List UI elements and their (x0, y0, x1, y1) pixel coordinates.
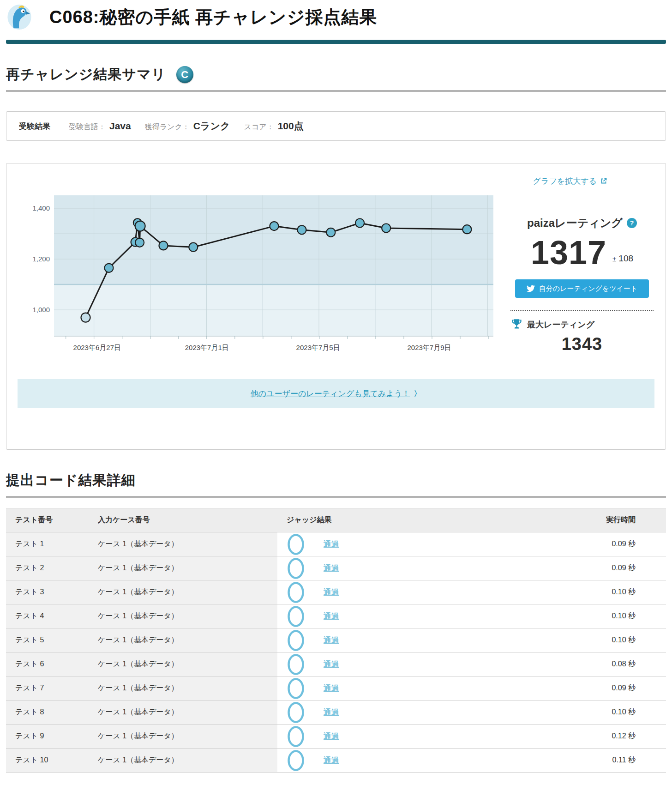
table-row: テスト 9ケース 1（基本データ）通過0.12 秒 (6, 725, 666, 749)
judge-pass-circle-icon (287, 749, 305, 772)
help-icon[interactable]: ? (627, 218, 637, 228)
exam-result-box: 受験結果 受験言語： Java 獲得ランク： Cランク スコア： 100点 (6, 111, 666, 141)
dashed-separator (510, 310, 654, 311)
rating-panel: paizaレーティング ? 1317 ±108 自分のレーティングをツイート (510, 195, 654, 358)
judge-result-link[interactable]: 通過 (324, 587, 339, 598)
rating-title-row: paizaレーティング ? (510, 216, 654, 230)
cell-input-case: ケース 1（基本データ） (92, 725, 277, 749)
table-row: テスト 8ケース 1（基本データ）通過0.10 秒 (6, 700, 666, 725)
judge-pass-circle-icon (287, 605, 305, 628)
table-row: テスト 4ケース 1（基本データ）通過0.10 秒 (6, 604, 666, 628)
cell-exec-time: 0.11 秒 (581, 749, 666, 773)
cell-test-number: テスト 1 (6, 532, 92, 556)
judge-result-link[interactable]: 通過 (324, 755, 339, 766)
data-point (462, 225, 471, 234)
judge-result-link[interactable]: 通過 (324, 635, 339, 646)
cell-exec-time: 0.10 秒 (581, 700, 666, 725)
judge-result-link[interactable]: 通過 (324, 611, 339, 622)
judge-wrap: 通過 (287, 701, 581, 724)
data-point (189, 243, 198, 252)
judge-result-link[interactable]: 通過 (324, 563, 339, 574)
x-axis-tick-label: 2023年7月1日 (185, 344, 229, 351)
data-point (355, 219, 364, 228)
help-icon-glyph: ? (630, 219, 634, 227)
exam-rank-field: 獲得ランク： Cランク (145, 120, 230, 133)
judge-result-link[interactable]: 通過 (324, 707, 339, 718)
judge-wrap: 通過 (287, 605, 581, 628)
summary-heading-underline (6, 90, 666, 92)
results-table-header: テスト番号 入力ケース番号 ジャッジ結果 実行時間 (6, 508, 666, 532)
other-users-rating-link[interactable]: 他のユーザーのレーティングも見てみよう！ 〉 (251, 388, 422, 399)
x-axis-tick-label: 2023年6月27日 (73, 344, 121, 351)
cell-exec-time: 0.10 秒 (581, 628, 666, 652)
max-rating-row: 最大レーティング (510, 318, 654, 331)
cell-exec-time: 0.10 秒 (581, 604, 666, 628)
cell-judge-result: 通過 (277, 725, 581, 749)
exam-language-value: Java (109, 121, 131, 132)
data-point (81, 313, 90, 322)
header-divider-bar (6, 40, 666, 44)
chart-and-rating: 1,4001,2001,0002023年6月27日2023年7月1日2023年7… (6, 195, 666, 358)
other-users-rating-link-label: 他のユーザーのレーティングも見てみよう！ (251, 388, 410, 399)
judge-wrap: 通過 (287, 581, 581, 604)
rating-deviation: ±108 (612, 254, 633, 264)
cell-test-number: テスト 2 (6, 556, 92, 580)
twitter-bird-icon (527, 284, 535, 293)
table-row: テスト 5ケース 1（基本データ）通過0.10 秒 (6, 628, 666, 652)
rating-value-row: 1317 ±108 (510, 236, 654, 269)
max-rating-label: 最大レーティング (527, 319, 594, 330)
rating-chart-card: グラフを拡大する 1,4001,2001,0002023年6月27日2023年7… (6, 163, 666, 450)
cell-exec-time: 0.09 秒 (581, 532, 666, 556)
rating-chart: 1,4001,2001,0002023年6月27日2023年7月1日2023年7… (13, 195, 494, 358)
page-title: C068:秘密の手紙 再チャレンジ採点結果 (49, 6, 377, 29)
data-point (297, 225, 306, 234)
cell-exec-time: 0.08 秒 (581, 652, 666, 676)
judge-result-link[interactable]: 通過 (324, 659, 339, 670)
judge-result-link[interactable]: 通過 (324, 539, 339, 550)
cell-input-case: ケース 1（基本データ） (92, 556, 277, 580)
y-axis-tick-label: 1,400 (32, 204, 50, 212)
table-row: テスト 6ケース 1（基本データ）通過0.08 秒 (6, 652, 666, 676)
cell-test-number: テスト 4 (6, 604, 92, 628)
cell-input-case: ケース 1（基本データ） (92, 532, 277, 556)
judge-wrap: 通過 (287, 725, 581, 748)
y-axis-tick-label: 1,200 (32, 255, 50, 263)
table-row: テスト 2ケース 1（基本データ）通過0.09 秒 (6, 556, 666, 580)
judge-result-link[interactable]: 通過 (324, 731, 339, 742)
judge-pass-circle-icon (287, 653, 305, 676)
data-point (382, 224, 390, 233)
cell-exec-time: 0.09 秒 (581, 676, 666, 700)
data-point (270, 222, 279, 230)
cell-test-number: テスト 7 (6, 676, 92, 700)
tweet-rating-button[interactable]: 自分のレーティングをツイート (515, 279, 649, 298)
rank-c-badge-letter: C (181, 69, 188, 81)
cell-test-number: テスト 5 (6, 628, 92, 652)
cell-input-case: ケース 1（基本データ） (92, 652, 277, 676)
chart-band-lower (54, 284, 493, 336)
exam-rank-label: 獲得ランク： (145, 122, 190, 132)
header-row: テスト番号 入力ケース番号 ジャッジ結果 実行時間 (6, 508, 666, 532)
rating-chart-svg: 1,4001,2001,0002023年6月27日2023年7月1日2023年7… (13, 195, 494, 356)
cell-input-case: ケース 1（基本データ） (92, 580, 277, 604)
detail-heading-underline (6, 496, 666, 498)
cell-input-case: ケース 1（基本データ） (92, 676, 277, 700)
chevron-right-icon: 〉 (414, 388, 421, 399)
summary-heading-text: 再チャレンジ結果サマリ (6, 65, 166, 84)
judge-pass-circle-icon (287, 581, 305, 604)
data-point (159, 241, 168, 250)
cell-exec-time: 0.12 秒 (581, 725, 666, 749)
data-point (135, 238, 144, 247)
trophy-icon (510, 318, 523, 331)
x-axis-tick-label: 2023年7月5日 (296, 344, 340, 351)
rating-value: 1317 (531, 236, 606, 269)
external-link-icon (600, 177, 607, 185)
expand-graph-link[interactable]: グラフを拡大する (533, 175, 607, 187)
judge-pass-circle-icon (287, 629, 305, 652)
cell-judge-result: 通過 (277, 676, 581, 700)
cell-judge-result: 通過 (277, 700, 581, 725)
judge-result-link[interactable]: 通過 (324, 683, 339, 694)
summary-section-heading: 再チャレンジ結果サマリ C (6, 65, 666, 84)
judge-wrap: 通過 (287, 533, 581, 556)
judge-pass-circle-icon (287, 533, 305, 556)
paiza-penguin-logo-icon (6, 4, 33, 30)
